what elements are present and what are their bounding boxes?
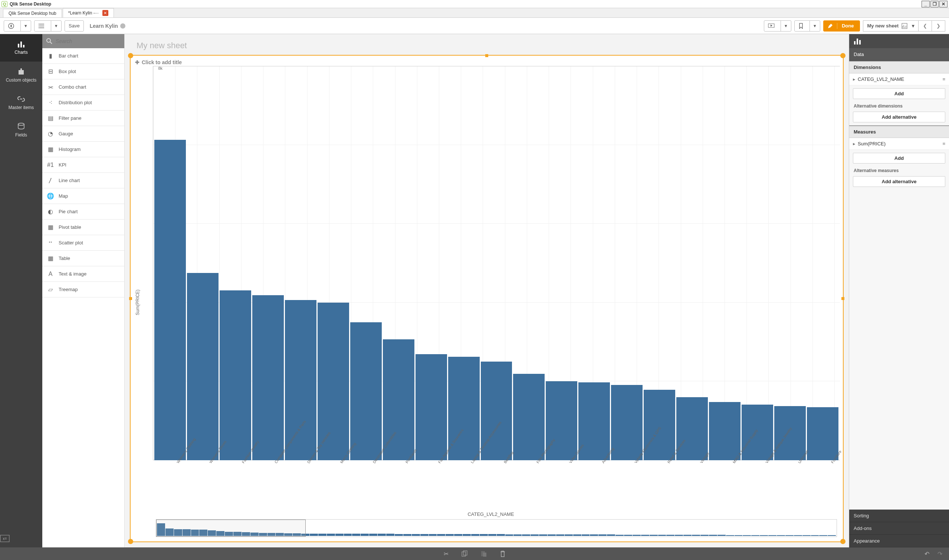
window-titlebar: Q Qlik Sense Desktop _ ❐ ✕ (0, 0, 949, 8)
maximize-button[interactable]: ❐ (931, 1, 938, 8)
bookmark-button[interactable]: ▾ (794, 20, 820, 32)
bookmark-icon (795, 21, 807, 31)
nav-menu-button[interactable]: ▾ (4, 20, 31, 32)
story-play-button[interactable]: ▾ (764, 20, 791, 32)
list-icon (34, 21, 49, 31)
save-button[interactable]: Save (65, 20, 84, 32)
minimize-button[interactable]: _ (921, 1, 930, 8)
main-toolbar: ▾ ▾ Save Learn Kylin ▾ ▾ Done My new she… (0, 18, 949, 34)
window-title: Qlik Sense Desktop (10, 2, 51, 7)
list-menu-button[interactable]: ▾ (34, 20, 62, 32)
caret-down-icon: ▾ (51, 21, 61, 31)
sheet-icon (901, 23, 909, 29)
svg-point-5 (38, 26, 39, 26)
document-tabstrip: Qlik Sense Desktop hub *Learn Kylin -···… (0, 8, 949, 18)
tab-label: *Learn Kylin -··· (68, 11, 99, 15)
close-window-button[interactable]: ✕ (939, 1, 947, 8)
app-name-label: Learn Kylin (90, 23, 125, 29)
svg-point-6 (38, 28, 39, 28)
caret-down-icon: ▾ (912, 23, 915, 29)
tab-label: Qlik Sense Desktop hub (9, 11, 56, 16)
caret-down-icon: ▾ (20, 21, 31, 31)
app-status-dot-icon (120, 23, 125, 29)
svg-point-4 (38, 24, 39, 25)
caret-down-icon: ▾ (809, 21, 820, 31)
pencil-icon (827, 23, 837, 29)
tab-hub[interactable]: Qlik Sense Desktop hub (3, 9, 62, 17)
next-sheet-button[interactable]: ❯ (932, 20, 945, 32)
done-button[interactable]: Done (823, 20, 860, 32)
compass-icon (4, 21, 18, 31)
play-icon (764, 21, 778, 31)
tab-app[interactable]: *Learn Kylin -··· ✕ (63, 8, 114, 17)
caret-down-icon: ▾ (781, 21, 791, 31)
sheet-navigator: My new sheet ▾ ❮ ❯ (863, 20, 945, 32)
close-tab-icon[interactable]: ✕ (102, 10, 108, 16)
prev-sheet-button[interactable]: ❮ (918, 20, 932, 32)
app-logo-icon: Q (2, 1, 8, 7)
sheet-selector[interactable]: My new sheet ▾ (863, 20, 918, 32)
